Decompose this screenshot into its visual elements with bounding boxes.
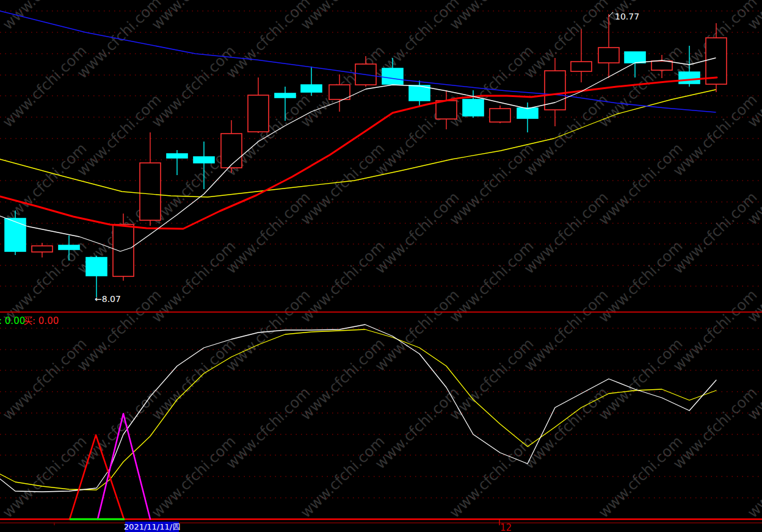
month-label: 12 [500,522,512,532]
candle-body-up [248,95,269,132]
candle-body-up [651,61,672,70]
candle-body-down [5,218,26,251]
candle-body-down [275,93,296,98]
candle-body-up [598,48,619,63]
high-price-label: 10.77 [615,12,639,21]
candle-body-up [329,85,350,99]
candle-body-down [625,52,645,63]
candle-body-up [436,101,457,119]
candle-body-down [59,245,79,250]
candle-body-down [679,72,700,84]
candle-body-down [382,68,403,84]
candle-body-down [167,154,187,158]
candle-body-down [301,85,322,92]
candle-body-up [32,246,53,252]
chart-root: www.cfchi.comwww.cfchi.comwww.cfchi.comw… [0,0,762,532]
candle-body-up [140,163,161,220]
indicator-buy-value: 买: 0.00 [23,315,59,326]
candle-body-down [194,157,214,163]
indicator-sell-value: : 0.00 [0,315,25,326]
candle-body-down [517,108,538,118]
candle-body-down [86,257,107,276]
axis-date-label: 2021/11/11/四 [124,522,180,531]
stock-chart-canvas[interactable]: www.cfchi.comwww.cfchi.comwww.cfchi.comw… [0,0,762,532]
candle-body-down [463,99,484,116]
low-price-label: ←8.07 [95,294,121,304]
candle-body-up [221,134,242,168]
candle-body-up [490,109,510,122]
candle-body-up [571,62,592,71]
